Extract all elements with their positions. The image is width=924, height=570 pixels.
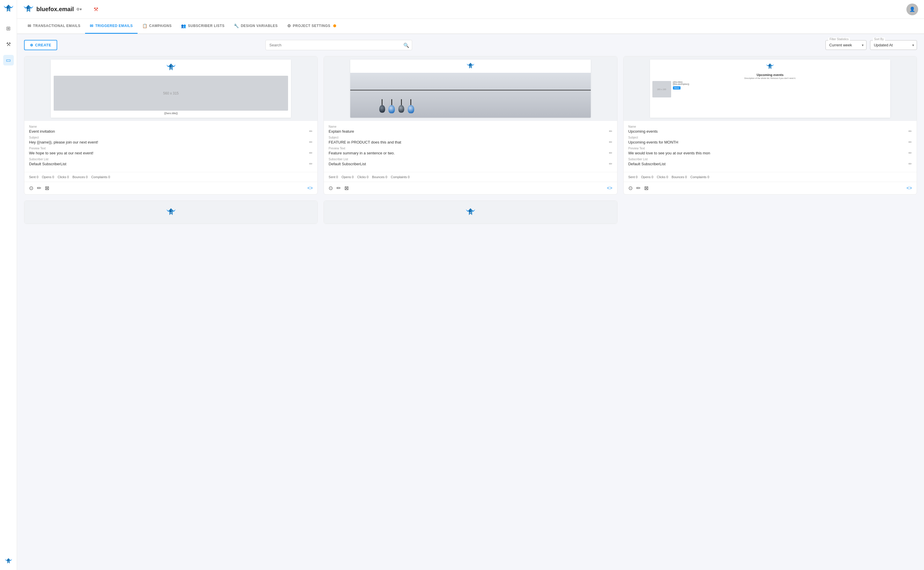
card-subject-field-1: Subject Hey {{name}}, please join our ne… xyxy=(29,136,313,144)
card-name-edit-2[interactable]: ✏ xyxy=(609,129,612,133)
tab-transactional-label: Transactional Emails xyxy=(33,24,81,28)
card-subject-value-3: Upcoming events for MONTH xyxy=(628,140,906,144)
code-button-1[interactable]: <> xyxy=(307,185,313,191)
sort-by-select[interactable]: Updated At Created At Name xyxy=(870,40,917,50)
card-name-field-1: Name Event invitation ✏ xyxy=(29,125,313,133)
sidebar-icon-tools[interactable]: ⚒ xyxy=(3,39,14,50)
stat-opens-2: Opens 0 xyxy=(341,175,354,179)
create-label: CREATE xyxy=(35,43,51,47)
card-subject-edit-3[interactable]: ✏ xyxy=(909,140,912,144)
card-preview-text-value-3: We would love to see you at our events t… xyxy=(628,151,906,155)
stat-sent-2: Sent 0 xyxy=(328,175,338,179)
tab-design-variables[interactable]: 🔧 Design Variables xyxy=(229,18,282,34)
stat-bounces-3: Bounces 0 xyxy=(672,175,687,179)
card-preview-3[interactable]: Upcoming events Description of the whole… xyxy=(624,56,917,121)
edit-button-2[interactable]: ✏ xyxy=(336,185,341,192)
edit-button-1[interactable]: ✏ xyxy=(37,185,41,192)
email-card-upcoming-events: Upcoming events Description of the whole… xyxy=(623,56,917,195)
card-name-edit-3[interactable]: ✏ xyxy=(909,129,912,133)
code-button-2[interactable]: <> xyxy=(607,185,612,191)
bulb-1 xyxy=(379,99,385,113)
card-name-row-2: Explain feature ✏ xyxy=(328,129,612,133)
preview-button-3[interactable]: ⊙ xyxy=(628,185,633,192)
card-subject-field-3: Subject Upcoming events for MONTH ✏ xyxy=(628,136,912,144)
card-subject-label-3: Subject xyxy=(628,136,912,139)
toolbar: ⊕ CREATE 🔍 Filter Statistics Current wee… xyxy=(24,40,917,50)
filter-statistics-select[interactable]: Current week Last week This month Last m… xyxy=(825,40,866,50)
sidebar-bottom-logo xyxy=(5,558,12,567)
card-actions-3: ⊙ ✏ ⊠ <> xyxy=(624,182,917,194)
card-subject-label-2: Subject xyxy=(328,136,612,139)
sort-by-group: Sort By Updated At Created At Name ▾ xyxy=(870,40,917,50)
card-preview-text-edit-2[interactable]: ✏ xyxy=(609,150,612,155)
sidebar-icon-grid[interactable]: ⊞ xyxy=(3,23,14,34)
cards-grid: 560 x 315 {{hero.title}} Name Event invi… xyxy=(24,56,917,195)
card-preview-text-row-1: We hope to see you at our next event! ✏ xyxy=(29,150,313,155)
tab-transactional[interactable]: ✉ Transactional Emails xyxy=(23,18,85,34)
card-name-row-1: Event invitation ✏ xyxy=(29,129,313,133)
card-actions-1: ⊙ ✏ ⊠ <> xyxy=(24,182,318,194)
tab-design-variables-label: Design Variables xyxy=(241,24,278,28)
tab-campaigns-label: Campaigns xyxy=(149,24,172,28)
card-details-1: Name Event invitation ✏ Subject Hey {{na… xyxy=(24,121,318,172)
preview-button-1[interactable]: ⊙ xyxy=(29,185,34,192)
delete-button-1[interactable]: ⊠ xyxy=(45,185,49,192)
tab-project-settings[interactable]: ⚙ Project Settings xyxy=(283,18,341,34)
stat-clicks-3: Clicks 0 xyxy=(657,175,668,179)
tab-triggered[interactable]: ✉ Triggered Emails xyxy=(85,18,137,34)
card-preview-text-label-2: Preview Text xyxy=(328,147,612,150)
card-subscriber-list-edit-2[interactable]: ✏ xyxy=(609,161,612,166)
card-details-2: Name Explain feature ✏ Subject FEATURE i… xyxy=(324,121,617,172)
card-stats-2: Sent 0 Opens 0 Clicks 0 Bounces 0 Compla… xyxy=(324,172,617,182)
triggered-icon: ✉ xyxy=(90,23,93,28)
email-card-bottom-1 xyxy=(24,201,318,224)
card-subject-edit-2[interactable]: ✏ xyxy=(609,140,612,144)
card-subject-edit-1[interactable]: ✏ xyxy=(309,140,313,144)
edit-button-3[interactable]: ✏ xyxy=(636,185,641,192)
search-box: 🔍 xyxy=(266,40,412,50)
card-preview-bottom-2[interactable] xyxy=(324,201,617,224)
card-subject-row-3: Upcoming events for MONTH ✏ xyxy=(628,140,912,144)
card-preview-text-edit-3[interactable]: ✏ xyxy=(909,150,912,155)
bulb-scene xyxy=(350,73,591,118)
card-name-edit-1[interactable]: ✏ xyxy=(309,129,313,133)
design-icon: 🔧 xyxy=(234,23,239,28)
tab-campaigns[interactable]: 📋 Campaigns xyxy=(137,18,176,34)
card-preview-2[interactable] xyxy=(324,56,617,121)
main-area: bluefox.email ⚙▾ ⚒ 👤 ✉ Transactional Ema… xyxy=(17,0,924,570)
upcoming-img-size: 265 x 265 xyxy=(657,88,666,90)
code-button-3[interactable]: <> xyxy=(906,185,912,191)
sidebar-icon-layers[interactable]: ▭ xyxy=(3,55,14,66)
search-input[interactable] xyxy=(266,40,412,50)
card-preview-bottom-1[interactable] xyxy=(24,201,318,224)
card-subject-row-1: Hey {{name}}, please join our next event… xyxy=(29,140,313,144)
user-avatar[interactable]: 👤 xyxy=(906,3,918,15)
card-preview-1[interactable]: 560 x 315 {{hero.title}} xyxy=(24,56,318,121)
subscriber-icon: 👥 xyxy=(181,23,186,28)
card-subject-field-2: Subject FEATURE in PRODUCT does this and… xyxy=(328,136,612,144)
sidebar-logo[interactable] xyxy=(3,3,14,15)
preview-button-2[interactable]: ⊙ xyxy=(328,185,333,192)
card-stats-1: Sent 0 Opens 0 Clicks 0 Bounces 0 Compla… xyxy=(24,172,318,182)
upcoming-more-button[interactable]: More xyxy=(673,86,681,89)
tools-icon[interactable]: ⚒ xyxy=(93,6,98,12)
stat-opens-1: Opens 0 xyxy=(42,175,54,179)
card-preview-inner-2 xyxy=(350,60,591,118)
bulb-3 xyxy=(399,99,404,113)
project-selector[interactable]: ⚙▾ xyxy=(76,7,82,11)
card-preview-text-edit-1[interactable]: ✏ xyxy=(309,150,313,155)
delete-button-2[interactable]: ⊠ xyxy=(344,185,349,192)
stat-opens-3: Opens 0 xyxy=(641,175,653,179)
card-logo-1 xyxy=(166,63,176,74)
card-logo-3 xyxy=(652,63,888,71)
search-icon: 🔍 xyxy=(403,42,409,48)
card-preview-text-row-2: Feature summary in a sentence or two. ✏ xyxy=(328,150,612,155)
card-subscriber-list-edit-3[interactable]: ✏ xyxy=(909,161,912,166)
delete-button-3[interactable]: ⊠ xyxy=(644,185,649,192)
card-preview-text-label-1: Preview Text xyxy=(29,147,313,150)
card-subject-label-1: Subject xyxy=(29,136,313,139)
create-button[interactable]: ⊕ CREATE xyxy=(24,40,57,50)
card-subscriber-list-edit-1[interactable]: ✏ xyxy=(309,161,313,166)
tab-subscriber-lists[interactable]: 👥 Subscriber Lists xyxy=(176,18,229,34)
transactional-icon: ✉ xyxy=(27,23,31,28)
